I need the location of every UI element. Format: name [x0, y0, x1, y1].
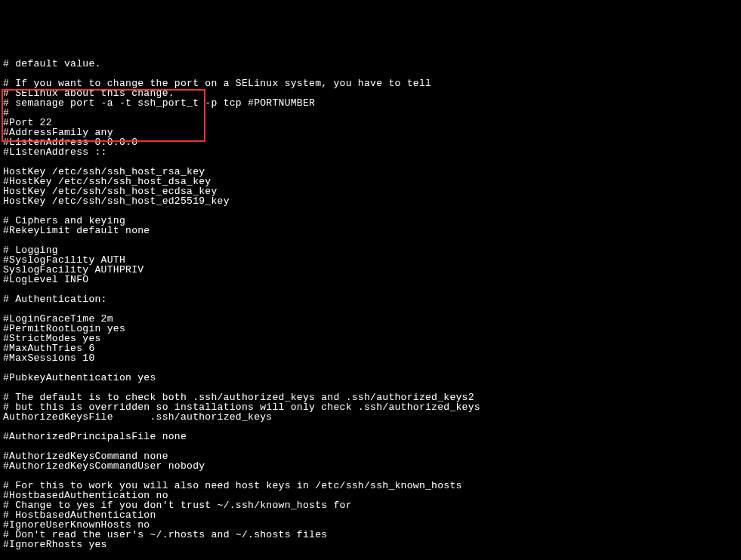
- config-line: AuthorizedKeysFile .ssh/authorized_keys: [3, 412, 738, 422]
- config-line: #IgnoreRhosts yes: [3, 540, 738, 549]
- config-line: [3, 285, 738, 294]
- config-line: #PermitRootLogin yes: [3, 324, 738, 334]
- config-line: #Port 22: [3, 118, 738, 128]
- config-line: [3, 304, 738, 314]
- config-line: # Authentication:: [3, 294, 738, 304]
- config-line: SyslogFacility AUTHPRIV: [3, 265, 738, 275]
- terminal-editor-view[interactable]: # default value. # If you want to change…: [0, 39, 741, 560]
- config-line: HostKey /etc/ssh/ssh_host_ed25519_key: [3, 196, 738, 206]
- config-line: #AuthorizedKeysCommandUser nobody: [3, 461, 738, 471]
- config-line: # default value.: [3, 59, 738, 69]
- config-line: #PubkeyAuthentication yes: [3, 373, 738, 383]
- config-line: #ListenAddress 0.0.0.0: [3, 137, 738, 147]
- config-line: #MaxAuthTries 6: [3, 343, 738, 353]
- config-line: #StrictModes yes: [3, 334, 738, 343]
- config-line: # semanage port -a -t ssh_port_t -p tcp …: [3, 98, 738, 108]
- config-line: [3, 235, 738, 245]
- config-line: #: [3, 108, 738, 118]
- config-line: # Don't read the user's ~/.rhosts and ~/…: [3, 530, 738, 540]
- config-line: #ListenAddress ::: [3, 147, 738, 157]
- config-line: #LogLevel INFO: [3, 275, 738, 285]
- config-line: #MaxSessions 10: [3, 353, 738, 363]
- config-line: #AuthorizedPrincipalsFile none: [3, 432, 738, 442]
- config-line: #RekeyLimit default none: [3, 226, 738, 235]
